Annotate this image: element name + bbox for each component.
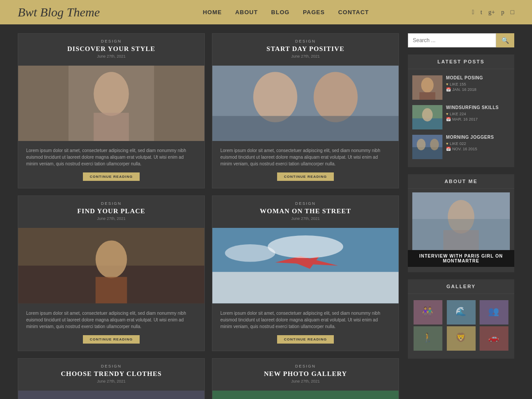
search-input[interactable]	[408, 33, 496, 47]
card-title-2: FIND YOUR PLACE	[26, 207, 196, 215]
latest-post-title-1: WINDSURFING SKILLS	[446, 105, 510, 110]
svg-point-6	[253, 72, 297, 122]
gallery-title: GALLERY	[408, 279, 514, 294]
social-icons-group:  t g+ p □	[472, 9, 514, 16]
svg-text:🚗: 🚗	[489, 332, 500, 343]
card-category-1: DESIGN	[220, 39, 391, 43]
twitter-icon[interactable]: t	[481, 9, 482, 16]
card-title-1: START DAY POSITIVE	[220, 45, 391, 53]
card-3: DESIGN WOMAN ON THE STREET June 27th, 20…	[212, 196, 399, 351]
latest-post-info-1: WINDSURFING SKILLS ♥ LIKE 224 📅 MAR. 16 …	[446, 105, 510, 122]
card-date-4: June 27th, 2021	[26, 379, 196, 383]
heart-icon-0: ♥	[446, 82, 448, 86]
svg-rect-3	[18, 66, 69, 141]
heart-icon-1: ♥	[446, 112, 448, 116]
continue-reading-button-0[interactable]: CONTINUE READING	[83, 172, 140, 181]
latest-post-info-0: MODEL POSING ♥ LIKE 155 📅 JAN. 16 2018	[446, 75, 510, 93]
nav-home[interactable]: HOME	[203, 9, 222, 16]
heart-icon-2: ♥	[446, 141, 448, 146]
svg-rect-42	[412, 219, 510, 250]
card-title-0: DISCOVER YOUR STYLE	[26, 45, 196, 53]
svg-text:👥: 👥	[489, 306, 500, 317]
svg-rect-2	[94, 113, 129, 141]
googleplus-icon[interactable]: g+	[489, 9, 495, 16]
svg-point-38	[430, 139, 439, 150]
svg-text:🚶: 🚶	[422, 332, 433, 343]
card-date-0: June 27th, 2021	[26, 54, 196, 59]
nav-about[interactable]: ABOUT	[235, 9, 258, 16]
card-text-1: Lorem ipsum dolor sit amet, consectetuer…	[220, 147, 391, 167]
card-date-5: June 27th, 2021	[220, 379, 391, 383]
card-date-1: June 27th, 2021	[220, 54, 391, 59]
card-text-3: Lorem ipsum dolor sit amet, consectetuer…	[220, 310, 391, 330]
card-btn-wrap-1: CONTINUE READING	[212, 172, 399, 181]
gallery-thumb-2[interactable]: 👥	[478, 300, 510, 325]
card-title-3: WOMAN ON THE STREET	[220, 207, 391, 215]
card-header-1: DESIGN START DAY POSITIVE June 27th, 202…	[212, 34, 399, 66]
latest-post-likes-2: ♥ LIKE 022	[446, 141, 510, 146]
svg-point-17	[268, 235, 343, 258]
card-2: DESIGN FIND YOUR PLACE June 27th, 2021 L…	[18, 196, 205, 351]
card-1: DESIGN START DAY POSITIVE June 27th, 202…	[212, 33, 399, 188]
card-category-2: DESIGN	[26, 201, 196, 206]
gallery-thumb-0[interactable]: 👫	[412, 300, 444, 325]
site-title: Bwt Blog Theme	[18, 5, 100, 20]
card-btn-wrap-3: CONTINUE READING	[212, 334, 399, 344]
pinterest-icon[interactable]: p	[501, 9, 505, 16]
nav-contact[interactable]: CONTACT	[338, 9, 369, 16]
latest-post-date-1: 📅 MAR. 16 2017	[446, 117, 510, 121]
gallery-grid: 👫🌊👥🚶🦁🚗	[408, 297, 514, 353]
card-header-4: DESIGN CHOOSE TRENDY CLOTHES June 27th, …	[18, 359, 204, 391]
card-category-4: DESIGN	[26, 364, 196, 368]
card-0: DESIGN DISCOVER YOUR STYLE June 27th, 20…	[18, 33, 205, 188]
svg-rect-36	[412, 147, 442, 159]
card-text-0: Lorem ipsum dolor sit amet, consectetuer…	[26, 147, 196, 167]
svg-rect-19	[18, 391, 204, 399]
main-nav: HOME ABOUT BLOG PAGES CONTACT	[203, 9, 369, 16]
svg-text:🌊: 🌊	[455, 306, 466, 317]
gallery-thumb-5[interactable]: 🚗	[478, 326, 510, 351]
search-button[interactable]: 🔍	[496, 33, 514, 47]
gallery-widget: GALLERY 👫🌊👥🚶🦁🚗	[408, 279, 514, 359]
gallery-thumb-1[interactable]: 🌊	[446, 300, 477, 325]
latest-post-likes-0: ♥ LIKE 155	[446, 82, 510, 86]
facebook-icon[interactable]: 	[472, 9, 474, 16]
latest-posts-list: MODEL POSING ♥ LIKE 155 📅 JAN. 16 2018 W…	[408, 73, 514, 162]
latest-post-item-2: MORNING JOGGERS ♥ LIKE 022 📅 NOV. 16 201…	[408, 132, 514, 162]
latest-post-date-2: 📅 NOV. 16 2015	[446, 147, 510, 151]
card-date-3: June 27th, 2021	[220, 216, 391, 221]
main-container: DESIGN DISCOVER YOUR STYLE June 27th, 20…	[0, 24, 532, 399]
svg-point-11	[96, 241, 127, 278]
svg-rect-12	[96, 277, 127, 304]
card-category-3: DESIGN	[220, 201, 391, 206]
latest-post-info-2: MORNING JOGGERS ♥ LIKE 022 📅 NOV. 16 201…	[446, 135, 510, 152]
latest-post-title-2: MORNING JOGGERS	[446, 135, 510, 140]
svg-point-7	[313, 72, 357, 122]
svg-rect-31	[419, 92, 435, 100]
gallery-thumb-4[interactable]: 🦁	[446, 326, 477, 351]
card-header-3: DESIGN WOMAN ON THE STREET June 27th, 20…	[212, 196, 399, 228]
instagram-icon[interactable]: □	[511, 9, 514, 16]
svg-rect-4	[154, 66, 204, 141]
svg-point-30	[421, 78, 434, 93]
svg-text:👫: 👫	[422, 306, 433, 317]
content-area: DESIGN DISCOVER YOUR STYLE June 27th, 20…	[18, 33, 399, 399]
about-image-wrap: INTERVIEW WITH PARIS GIRL ON MONTMARTRE	[408, 192, 514, 267]
about-title: ABOUT ME	[408, 174, 514, 189]
calendar-icon-2: 📅	[446, 147, 451, 151]
latest-post-likes-1: ♥ LIKE 224	[446, 112, 510, 116]
card-title-5: NEW PHOTO GALLERY	[220, 370, 391, 378]
card-btn-wrap-0: CONTINUE READING	[18, 172, 204, 181]
continue-reading-button-2[interactable]: CONTINUE READING	[83, 335, 140, 344]
svg-text:🦁: 🦁	[455, 332, 466, 343]
gallery-thumb-3[interactable]: 🚶	[412, 326, 444, 351]
card-date-2: June 27th, 2021	[26, 216, 196, 221]
latest-post-item-0: MODEL POSING ♥ LIKE 155 📅 JAN. 16 2018	[408, 73, 514, 102]
continue-reading-button-1[interactable]: CONTINUE READING	[277, 172, 334, 181]
nav-pages[interactable]: PAGES	[303, 9, 325, 16]
nav-blog[interactable]: BLOG	[271, 9, 290, 16]
svg-point-18	[225, 244, 275, 262]
svg-point-34	[422, 108, 433, 121]
site-header: Bwt Blog Theme HOME ABOUT BLOG PAGES CON…	[0, 0, 532, 24]
continue-reading-button-3[interactable]: CONTINUE READING	[277, 335, 334, 344]
